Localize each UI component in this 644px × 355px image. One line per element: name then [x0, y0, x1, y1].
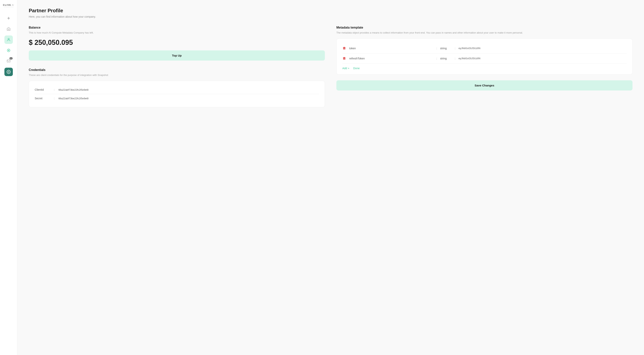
- sidebar: CLIVE AI 24: [0, 0, 17, 355]
- user-profile-icon[interactable]: [4, 36, 13, 44]
- balance-section: Balance This is how much AI Compute Meta…: [29, 26, 325, 60]
- table-row: Secret : 66a22abf73be22fc2l5e9e6l: [35, 94, 319, 102]
- secret-label: Secret: [35, 97, 54, 100]
- logo-ai: AI: [12, 4, 14, 6]
- secret-value: 66a22abf73be22fc2l5e9e6l: [58, 97, 88, 100]
- refreshtoken-type: string: [440, 57, 452, 60]
- refreshtoken-value: eyJhbGciOiJSUzlIN: [458, 57, 626, 60]
- logo-clive: CLIVE: [3, 4, 11, 6]
- metadata-section: Metadata template The metadata object pr…: [336, 26, 632, 90]
- svg-point-4: [8, 50, 9, 51]
- svg-rect-7: [343, 47, 346, 48]
- credentials-title: Credentials: [29, 68, 325, 72]
- refreshtoken-key: refreshToken: [349, 57, 433, 60]
- svg-rect-12: [343, 58, 346, 60]
- credentials-section: Credentials These are client credentials…: [29, 68, 325, 108]
- delete-token-icon[interactable]: [342, 46, 346, 50]
- delete-refreshtoken-icon[interactable]: [342, 56, 346, 60]
- metadata-done-button[interactable]: Done: [353, 67, 360, 70]
- svg-rect-9: [343, 48, 346, 50]
- token-row: token : string : eyJhbGciOiJSUzlIN: [342, 43, 626, 54]
- clientid-value: 66a22abf73be22fc2l5e9e6l: [58, 88, 88, 91]
- save-changes-button[interactable]: Save Changes: [336, 80, 632, 90]
- left-column: Balance This is how much AI Compute Meta…: [29, 26, 325, 107]
- token-type: string: [440, 47, 452, 50]
- metadata-add-button[interactable]: Add +: [342, 67, 350, 70]
- two-column-layout: Balance This is how much AI Compute Meta…: [29, 26, 632, 107]
- svg-rect-8: [344, 47, 345, 47]
- svg-rect-11: [344, 57, 345, 58]
- right-column: Metadata template The metadata object pr…: [336, 26, 632, 107]
- token-key: token: [349, 47, 433, 50]
- refresh-token-row: refreshToken : string : eyJhbGciOiJSUzlI…: [342, 54, 626, 64]
- balance-amount: $ 250,050.095: [29, 38, 325, 46]
- page-subtitle: Here, you can find information about how…: [29, 15, 632, 18]
- metadata-actions: Add + Done: [342, 67, 626, 70]
- svg-rect-10: [343, 58, 346, 58]
- credentials-desc: These are client credentials for the pur…: [29, 73, 325, 77]
- clientid-label: ClientId: [35, 88, 54, 91]
- gear-settings-icon[interactable]: [4, 68, 13, 76]
- page-title: Partner Profile: [29, 8, 632, 14]
- credentials-card: ClientId : 66a22abf73be22fc2l5e9e6l Secr…: [29, 81, 325, 107]
- page-header: Partner Profile Here, you can find infor…: [29, 8, 632, 18]
- balance-desc: This is how much AI Compute Metadata Com…: [29, 31, 325, 35]
- topup-button[interactable]: Top Up: [29, 50, 325, 60]
- table-row: ClientId : 66a22abf73be22fc2l5e9e6l: [35, 86, 319, 94]
- add-icon[interactable]: [4, 14, 13, 22]
- token-value: eyJhbGciOiJSUzlIN: [458, 47, 626, 50]
- logo: CLIVE AI: [1, 4, 16, 7]
- home-icon[interactable]: [4, 25, 13, 33]
- metadata-card: token : string : eyJhbGciOiJSUzlIN: [336, 38, 632, 74]
- chat-icon[interactable]: 24: [4, 57, 13, 65]
- svg-rect-5: [7, 60, 10, 62]
- chat-badge: 24: [10, 57, 12, 60]
- svg-point-2: [8, 38, 9, 40]
- main-content: Partner Profile Here, you can find infor…: [17, 0, 644, 355]
- svg-point-6: [8, 71, 9, 72]
- metadata-title: Metadata template: [336, 26, 632, 29]
- settings-dot-icon[interactable]: [4, 46, 13, 55]
- metadata-desc: The metadata object provides a means to …: [336, 31, 632, 35]
- balance-title: Balance: [29, 26, 325, 29]
